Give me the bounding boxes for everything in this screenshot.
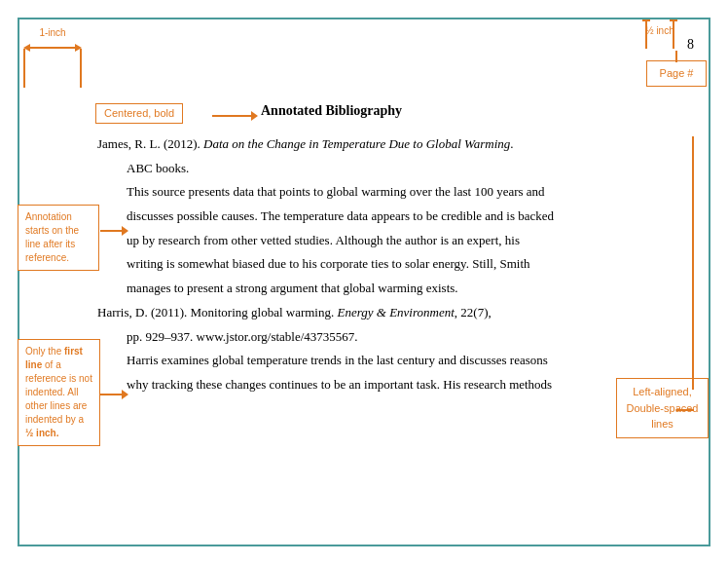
ref2-pages: pp. 929–937. www.jstor.org/stable/437355… bbox=[97, 325, 668, 350]
centered-bold-box: Centered, bold bbox=[95, 103, 183, 124]
first-line-callout: Only the first line of a reference is no… bbox=[18, 339, 100, 446]
annotation-2: Harris examines global temperature trend… bbox=[97, 349, 668, 396]
one-inch-annotation: 1-inch bbox=[23, 27, 82, 56]
annotation-1: This source presents data that points to… bbox=[97, 180, 668, 300]
page-connector-line bbox=[675, 51, 677, 62]
reference-1: James, R. L. (2012). Data on the Change … bbox=[97, 132, 668, 180]
ref2-citation: Harris, D. (2011). Monitoring global war… bbox=[97, 301, 668, 325]
ref1-citation: James, R. L. (2012). Data on the Change … bbox=[97, 132, 668, 157]
right-connector-h bbox=[676, 409, 694, 411]
centered-bold-arrow bbox=[212, 111, 258, 121]
half-inch-annotation: ½ inch bbox=[640, 19, 679, 49]
page-label-box: Page # bbox=[646, 60, 707, 87]
page-number: 8 bbox=[687, 37, 694, 53]
bibliography-title: Annotated Bibliography bbox=[261, 103, 402, 119]
right-side-connector bbox=[692, 136, 694, 390]
main-content: James, R. L. (2012). Data on the Change … bbox=[97, 132, 668, 397]
annotation-starts-callout: Annotation starts on the line after its … bbox=[18, 205, 99, 271]
reference-2: Harris, D. (2011). Monitoring global war… bbox=[97, 301, 668, 349]
ref1-publisher: ABC books. bbox=[97, 157, 668, 181]
